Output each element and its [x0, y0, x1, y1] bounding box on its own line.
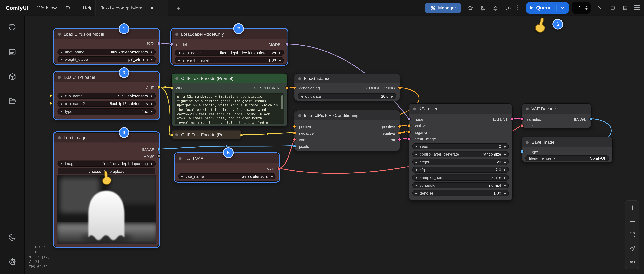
next-arrow-icon[interactable]: ▶ — [502, 168, 506, 171]
control-after-generate-widget[interactable]: ◀ control_after_generate randomize ▶ — [412, 151, 509, 157]
next-arrow-icon[interactable]: ▶ — [502, 184, 506, 187]
node-load-image[interactable]: Load Image IMAGE MASK ◀ image flux-1-dev… — [54, 132, 160, 247]
model-library-icon[interactable] — [5, 94, 20, 109]
seed-widget[interactable]: ◀ seed 0 ▶ — [412, 143, 509, 149]
prev-arrow-icon[interactable]: ◀ — [300, 95, 304, 98]
share-icon[interactable] — [504, 4, 512, 11]
node-save-image[interactable]: Save Image images filename_prefix ComfyU… — [522, 137, 613, 162]
fit-view-icon[interactable] — [628, 231, 636, 239]
next-arrow-icon[interactable]: ▶ — [502, 153, 506, 156]
next-arrow-icon[interactable]: ▶ — [269, 175, 273, 178]
menu-icon[interactable] — [634, 5, 640, 10]
weight-dtype-widget[interactable]: ◀ weight_dtype fp8_e4m3fn ▶ — [58, 56, 156, 62]
widget-input-arrow-icon[interactable] — [50, 102, 52, 105]
next-arrow-icon[interactable]: ▶ — [502, 160, 506, 163]
clip-name1-widget[interactable]: ◀ clip_name1 clip_l.safetensors ▶ — [58, 93, 156, 99]
star-icon[interactable] — [466, 4, 474, 11]
manager-button[interactable]: Manager — [425, 3, 461, 13]
close-icon[interactable] — [596, 4, 604, 11]
prev-arrow-icon[interactable]: ◀ — [60, 110, 64, 113]
next-arrow-icon[interactable]: ▶ — [502, 192, 506, 195]
pixels-input-port[interactable] — [293, 144, 296, 148]
samples-input-port[interactable] — [520, 117, 524, 121]
conditioning-output-port[interactable] — [240, 133, 243, 137]
node-header[interactable]: KSampler — [409, 104, 512, 114]
queue-list-icon[interactable] — [5, 45, 20, 59]
zoom-out-icon[interactable] — [628, 217, 636, 225]
next-arrow-icon[interactable]: ▶ — [502, 145, 506, 148]
chevron-down-icon[interactable] — [560, 6, 565, 9]
node-lora-loader-model-only[interactable]: LoraLoaderModelOnly model MODEL ◀ lora_n… — [171, 29, 288, 65]
clip-name2-widget[interactable]: ◀ clip_name2 t5xxl_fp16.safetensors ▶ — [58, 101, 156, 107]
node-header[interactable]: DualCLIPLoader — [54, 72, 159, 82]
next-arrow-icon[interactable]: ▶ — [149, 102, 153, 105]
eye-icon[interactable] — [628, 258, 636, 266]
widget-input-arrow-icon[interactable] — [50, 94, 52, 97]
notifications-off-icon[interactable] — [492, 4, 499, 11]
type-widget[interactable]: ◀ type flux ▶ — [58, 108, 156, 114]
batch-count-stepper[interactable]: 1 — [572, 2, 590, 13]
conditioning-output-port[interactable] — [286, 86, 289, 89]
node-clip-text-encode-collapsed[interactable]: CLIP Text Encode (Pr — [171, 130, 242, 139]
notifications-off-icon[interactable] — [479, 4, 486, 11]
prev-arrow-icon[interactable]: ◀ — [415, 184, 419, 187]
prev-arrow-icon[interactable]: ◀ — [60, 94, 64, 97]
prev-arrow-icon[interactable]: ◀ — [60, 102, 64, 105]
stepper-arrows[interactable] — [585, 6, 588, 10]
unet-name-widget[interactable]: ◀ unet_name flux1-dev.safetensors ▶ — [58, 49, 156, 55]
next-arrow-icon[interactable]: ▶ — [149, 58, 153, 61]
prev-arrow-icon[interactable]: ◀ — [181, 175, 185, 178]
next-arrow-icon[interactable]: ▶ — [149, 110, 153, 113]
node-header[interactable]: Save Image — [522, 137, 612, 147]
strength-model-widget[interactable]: ◀ strength_model 1.00 ▶ — [175, 57, 284, 63]
workflow-tab[interactable]: flux-1-dev-depth-lora ... — [95, 0, 168, 15]
negative-input-port[interactable] — [408, 130, 411, 134]
prev-arrow-icon[interactable]: ◀ — [60, 58, 64, 61]
conditioning-output-port[interactable] — [398, 86, 401, 89]
node-flux-guidance[interactable]: FluxGuidance conditioning CONDITIONING ◀… — [294, 73, 400, 101]
filename-prefix-widget[interactable]: filename_prefix ComfyUI — [525, 155, 609, 161]
drag-handle-icon[interactable] — [517, 5, 521, 10]
prev-arrow-icon[interactable]: ◀ — [178, 51, 182, 54]
positive-input-port[interactable] — [408, 124, 411, 127]
model-input-port[interactable] — [170, 43, 173, 46]
node-instruct-pix-to-pix-conditioning[interactable]: InstructPixToPixConditioning positive po… — [294, 110, 400, 151]
cfg-widget[interactable]: ◀ cfg 2.0 ▶ — [412, 167, 509, 173]
vae-input-port[interactable] — [293, 138, 296, 141]
scheduler-widget[interactable]: ◀ scheduler normal ▶ — [412, 182, 509, 188]
new-workflow-button[interactable]: + — [174, 0, 184, 15]
prev-arrow-icon[interactable]: ◀ — [178, 58, 182, 62]
node-header[interactable]: LoraLoaderModelOnly — [172, 29, 287, 39]
clip-input-port[interactable] — [170, 133, 173, 137]
zoom-in-icon[interactable] — [628, 204, 636, 212]
positive-output-port[interactable] — [398, 125, 401, 128]
prompt-textarea[interactable]: of a CGI-rendered, whimsical, white plas… — [174, 93, 284, 124]
menu-edit[interactable]: Edit — [66, 5, 74, 10]
next-arrow-icon[interactable]: ▶ — [502, 176, 506, 179]
vae-input-port[interactable] — [520, 124, 524, 127]
next-arrow-icon[interactable]: ▶ — [149, 162, 153, 165]
node-header[interactable]: Load Image — [54, 133, 159, 142]
pointer-icon[interactable] — [628, 244, 636, 253]
latent-output-port[interactable] — [398, 138, 401, 141]
clip-input-port[interactable] — [170, 86, 173, 89]
vae-name-widget[interactable]: ◀ vae_name ae.safetensors ▶ — [178, 173, 276, 179]
collapse-dot[interactable] — [175, 133, 178, 136]
node-library-icon[interactable] — [5, 69, 20, 84]
mask-output-port[interactable] — [157, 154, 160, 158]
settings-gear-icon[interactable] — [5, 255, 20, 269]
conditioning-input-port[interactable] — [293, 86, 296, 89]
next-arrow-icon[interactable]: ▶ — [277, 58, 281, 62]
textarea-scrollbar[interactable] — [281, 95, 283, 109]
node-vae-decode[interactable]: VAE Decode samples IMAGE vae — [522, 103, 592, 128]
negative-output-port[interactable] — [398, 131, 401, 135]
menu-help[interactable]: Help — [83, 5, 92, 10]
prev-arrow-icon[interactable]: ◀ — [415, 168, 419, 171]
maximize-icon[interactable] — [609, 4, 616, 11]
sampler-name-widget[interactable]: ◀ sampler_name euler ▶ — [412, 174, 509, 181]
node-clip-text-encode[interactable]: CLIP Text Encode (Prompt) clip CONDITION… — [171, 73, 288, 126]
node-dual-clip-loader[interactable]: DualCLIPLoader CLIP ◀ clip_name1 clip_l.… — [54, 72, 160, 119]
latent-output-port[interactable] — [510, 117, 514, 121]
node-canvas[interactable]: Load Diffusion Model 模型 ◀ unet_name flux… — [0, 0, 644, 274]
guidance-widget[interactable]: ◀ guidance 30.0 ▶ — [298, 93, 396, 99]
